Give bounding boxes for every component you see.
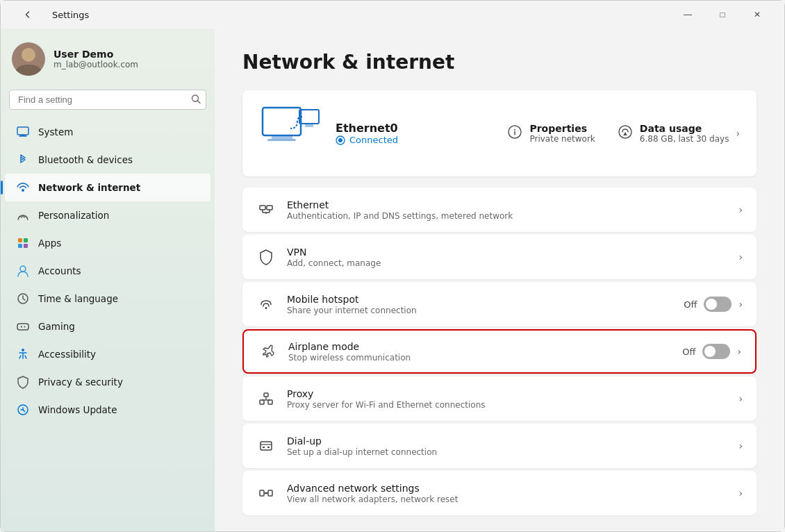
- svg-point-17: [24, 326, 26, 328]
- user-email: m_lab@outlook.com: [53, 60, 138, 69]
- dialup-item-title: Dial-up: [287, 435, 727, 447]
- ethernet-status: Connected: [336, 135, 493, 145]
- accessibility-icon: [16, 347, 30, 361]
- svg-rect-21: [272, 135, 292, 139]
- sidebar: User Demo m_lab@outlook.com: [1, 28, 215, 531]
- svg-line-3: [198, 101, 201, 103]
- proxy-chevron: ›: [738, 393, 743, 404]
- airplane-item-subtitle: Stop wireless communication: [288, 353, 671, 363]
- sidebar-item-label-system: System: [38, 126, 73, 138]
- svg-rect-33: [267, 206, 272, 210]
- settings-item-ethernet[interactable]: Ethernet Authentication, IP and DNS sett…: [242, 188, 757, 232]
- sidebar-item-gaming[interactable]: Gaming: [5, 313, 210, 340]
- svg-rect-32: [260, 206, 265, 210]
- svg-rect-20: [263, 108, 301, 135]
- personalization-icon: [16, 208, 30, 222]
- sidebar-item-label-network: Network & internet: [38, 182, 140, 193]
- dialup-icon: [256, 436, 276, 456]
- sidebar-item-label-privacy: Privacy & security: [38, 376, 123, 388]
- ethernet-card[interactable]: Ethernet0 Connected: [242, 90, 757, 176]
- search-box: [9, 90, 206, 110]
- sidebar-item-label-bluetooth: Bluetooth & devices: [38, 154, 133, 165]
- back-button[interactable]: [12, 3, 44, 26]
- ethernet-icon: [256, 200, 276, 219]
- system-icon: [16, 125, 30, 139]
- sidebar-item-label-accounts: Accounts: [38, 265, 81, 276]
- ethernet-card-icon: [259, 104, 322, 163]
- bluetooth-icon: [16, 153, 30, 167]
- info-icon: [507, 124, 522, 142]
- properties-link[interactable]: Properties Private network: [507, 123, 595, 144]
- sidebar-item-label-gaming: Gaming: [38, 321, 75, 332]
- airplane-toggle[interactable]: [702, 344, 730, 359]
- svg-rect-14: [17, 324, 28, 330]
- settings-item-advanced[interactable]: Advanced network settings View all netwo…: [242, 471, 757, 515]
- sidebar-item-personalization[interactable]: Personalization: [5, 201, 210, 229]
- settings-item-airplane[interactable]: Airplane mode Stop wireless communicatio…: [242, 329, 757, 374]
- user-info: User Demo m_lab@outlook.com: [53, 49, 138, 69]
- network-icon: [16, 181, 30, 194]
- svg-point-27: [338, 138, 342, 142]
- sidebar-item-accounts[interactable]: Accounts: [5, 257, 210, 285]
- airplane-item-title: Airplane mode: [288, 341, 671, 352]
- data-usage-chevron: ›: [736, 128, 740, 139]
- sidebar-item-label-personalization: Personalization: [38, 210, 109, 221]
- close-button[interactable]: ✕: [741, 3, 773, 26]
- hotspot-toggle[interactable]: [704, 297, 732, 312]
- proxy-item-subtitle: Proxy server for Wi-Fi and Ethernet conn…: [287, 400, 727, 410]
- hotspot-item-title: Mobile hotspot: [287, 294, 672, 305]
- hotspot-icon: [256, 294, 276, 314]
- vpn-chevron: ›: [738, 251, 743, 263]
- svg-rect-45: [261, 442, 272, 450]
- search-input[interactable]: [9, 90, 206, 110]
- data-usage-link[interactable]: Data usage 6.88 GB, last 30 days ›: [618, 123, 740, 144]
- ethernet-item-subtitle: Authentication, IP and DNS settings, met…: [287, 211, 727, 221]
- ethernet-properties: Properties Private network: [507, 123, 740, 144]
- vpn-item-title: VPN: [287, 247, 727, 258]
- titlebar: Settings — □ ✕: [1, 1, 784, 28]
- ethernet-chevron: ›: [738, 204, 743, 215]
- maximize-button[interactable]: □: [706, 3, 738, 26]
- properties-sub: Private network: [529, 134, 595, 144]
- svg-rect-48: [267, 447, 270, 448]
- settings-item-dialup[interactable]: Dial-up Set up a dial-up internet connec…: [242, 424, 757, 468]
- sidebar-item-label-time: Time & language: [38, 293, 118, 304]
- svg-point-1: [22, 48, 35, 62]
- data-usage-sub: 6.88 GB, last 30 days: [640, 134, 729, 144]
- sidebar-item-privacy[interactable]: Privacy & security: [5, 368, 210, 396]
- svg-rect-23: [299, 110, 319, 124]
- airplane-toggle-knob: [704, 346, 716, 357]
- settings-item-hotspot[interactable]: Mobile hotspot Share your internet conne…: [242, 282, 757, 326]
- minimize-button[interactable]: —: [672, 3, 704, 26]
- sidebar-item-bluetooth[interactable]: Bluetooth & devices: [5, 146, 210, 174]
- settings-item-proxy[interactable]: Proxy Proxy server for Wi-Fi and Etherne…: [242, 376, 757, 421]
- settings-item-vpn[interactable]: VPN Add, connect, manage ›: [242, 235, 757, 279]
- sidebar-item-time[interactable]: Time & language: [5, 285, 210, 313]
- sidebar-item-update[interactable]: Windows Update: [5, 396, 210, 424]
- proxy-item-title: Proxy: [287, 388, 727, 399]
- user-name: User Demo: [53, 49, 138, 60]
- sidebar-item-system[interactable]: System: [5, 118, 210, 146]
- data-usage-label: Data usage: [640, 123, 729, 134]
- hotspot-item-subtitle: Share your internet connection: [287, 306, 672, 315]
- svg-point-30: [514, 129, 515, 131]
- svg-rect-4: [17, 127, 28, 135]
- sidebar-item-network[interactable]: Network & internet: [5, 174, 210, 201]
- advanced-icon: [256, 483, 276, 503]
- svg-point-7: [22, 189, 24, 192]
- settings-list: Ethernet Authentication, IP and DNS sett…: [242, 188, 757, 515]
- svg-point-18: [22, 349, 24, 351]
- search-icon: [191, 94, 201, 106]
- hotspot-toggle-label: Off: [684, 299, 697, 310]
- svg-rect-9: [24, 238, 28, 242]
- user-profile[interactable]: User Demo m_lab@outlook.com: [1, 34, 215, 87]
- ethernet-name: Ethernet0: [336, 122, 493, 135]
- svg-rect-25: [305, 124, 313, 127]
- properties-label: Properties: [529, 123, 595, 134]
- titlebar-left: Settings: [12, 3, 89, 26]
- advanced-item-subtitle: View all network adapters, network reset: [287, 494, 727, 504]
- sidebar-item-apps[interactable]: Apps: [5, 229, 210, 257]
- sidebar-item-accessibility[interactable]: Accessibility: [5, 340, 210, 368]
- privacy-icon: [16, 375, 30, 389]
- page-title: Network & internet: [242, 51, 757, 74]
